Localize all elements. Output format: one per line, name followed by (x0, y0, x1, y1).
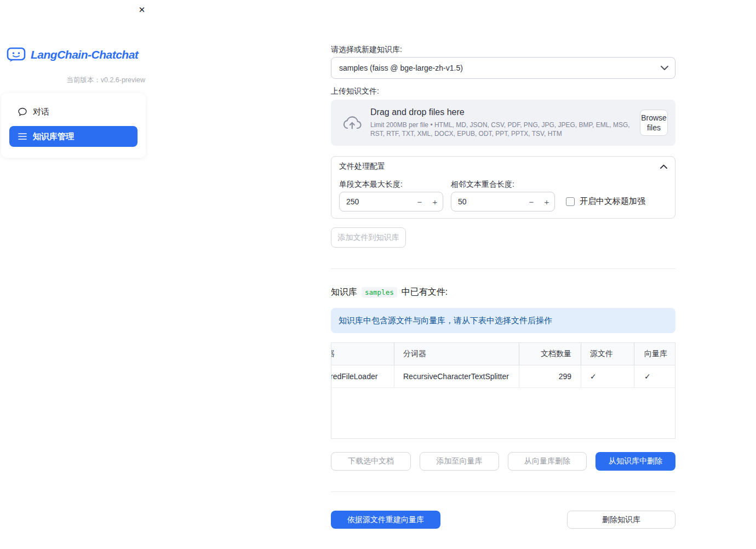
app-logo: LangChain-Chatchat (7, 47, 138, 62)
version-value: v0.2.6-preview (101, 76, 145, 84)
rebuild-vector-store-button[interactable]: 依据源文件重建向量库 (331, 511, 440, 529)
table-row[interactable]: redFileLoader RecursiveCharacterTextSpli… (331, 365, 675, 388)
checkbox-unchecked[interactable] (566, 197, 575, 206)
delete-from-kb-button[interactable]: 从知识库中删除 (595, 452, 675, 471)
sidebar-menu: 对话 知识库管理 (1, 93, 146, 158)
kb-select-label: 请选择或新建知识库: (331, 45, 402, 55)
cell-loader-text: redFileLoader (331, 372, 377, 381)
divider (331, 491, 675, 492)
minus-stepper-icon[interactable]: − (412, 192, 427, 211)
expander-title: 文件处理配置 (339, 162, 660, 171)
check-icon: ✓ (581, 365, 634, 387)
sidebar-item-chat[interactable]: 对话 (9, 101, 138, 123)
zh-title-checkbox-row[interactable]: 开启中文标题加强 (566, 196, 645, 207)
plus-stepper-icon[interactable]: + (427, 192, 443, 211)
col-header-vector: 向量库 (634, 343, 675, 365)
chevron-up-icon (660, 164, 667, 169)
add-files-to-kb-button[interactable]: 添加文件到知识库 (331, 227, 406, 248)
kb-select[interactable]: samples (faiss @ bge-large-zh-v1.5) (331, 57, 675, 79)
chunk-size-label: 单段文本最大长度: (339, 180, 403, 190)
plus-stepper-icon[interactable]: + (539, 192, 554, 211)
delete-kb-button[interactable]: 删除知识库 (567, 511, 675, 529)
dropzone-text: Drag and drop files here Limit 200MB per… (370, 107, 632, 138)
chunk-size-value[interactable]: 250 (340, 197, 412, 206)
col-header-loader: 器 (331, 343, 394, 365)
browse-files-button[interactable]: Browse files (640, 110, 668, 136)
existing-prefix: 知识库 (331, 287, 357, 298)
upload-label: 上传知识文件: (331, 87, 379, 96)
sidebar-item-label: 对话 (33, 107, 49, 117)
existing-files-line: 知识库 samples 中已有文件: (331, 287, 448, 298)
check-icon: ✓ (634, 365, 675, 387)
col-header-source: 源文件 (581, 343, 634, 365)
cell-doc-count: 299 (519, 365, 581, 387)
app-root: ✕ LangChain-Chatchat 当前版本：v0.2.6-preview (0, 0, 756, 549)
col-header-doc-count: 文档数量 (519, 343, 581, 365)
chunk-size-input[interactable]: 250 − + (339, 192, 443, 211)
overlap-size-value[interactable]: 50 (451, 197, 524, 206)
sidebar: ✕ LangChain-Chatchat 当前版本：v0.2.6-preview (0, 0, 153, 549)
col-header-text: 器 (331, 349, 335, 359)
sidebar-item-kb-management[interactable]: 知识库管理 (9, 126, 138, 147)
info-text: 知识库中包含源文件与向量库，请从下表中选择文件后操作 (339, 316, 552, 326)
cell-splitter: RecursiveCharacterTextSplitter (394, 365, 519, 387)
main-content: 请选择或新建知识库: samples (faiss @ bge-large-zh… (331, 0, 675, 549)
add-to-vector-store-button[interactable]: 添加至向量库 (420, 452, 499, 471)
col-header-splitter: 分词器 (394, 343, 519, 365)
zh-title-checkbox-label: 开启中文标题加强 (580, 196, 645, 207)
delete-from-vector-store-button[interactable]: 从向量库删除 (508, 452, 587, 471)
version-line: 当前版本：v0.2.6-preview (0, 76, 145, 85)
dropzone-limit: Limit 200MB per file • HTML, MD, JSON, C… (370, 121, 632, 138)
sidebar-item-label: 知识库管理 (33, 131, 74, 142)
overlap-size-label: 相邻文本重合长度: (451, 180, 514, 190)
existing-suffix: 中已有文件: (402, 287, 448, 298)
close-sidebar-icon[interactable]: ✕ (136, 4, 148, 16)
dropzone-title: Drag and drop files here (370, 107, 632, 117)
kb-name-code: samples (362, 287, 397, 298)
divider (331, 268, 675, 269)
cloud-upload-icon (341, 114, 363, 131)
file-config-expander: 文件处理配置 单段文本最大长度: 相邻文本重合长度: 250 − + 50 − … (331, 156, 675, 219)
table-header-row: 器 分词器 文档数量 源文件 向量库 (331, 343, 675, 365)
list-icon (18, 132, 27, 141)
expander-header[interactable]: 文件处理配置 (331, 157, 675, 176)
logo-text: LangChain-Chatchat (31, 48, 138, 61)
info-banner: 知识库中包含源文件与向量库，请从下表中选择文件后操作 (331, 308, 675, 333)
download-selected-button[interactable]: 下载选中文档 (331, 452, 411, 471)
file-actions-row: 下载选中文档 添加至向量库 从向量库删除 从知识库中删除 (331, 452, 675, 471)
logo-chat-icon (7, 47, 26, 62)
chat-bubble-icon (18, 107, 27, 116)
kb-select-value: samples (faiss @ bge-large-zh-v1.5) (339, 64, 661, 72)
files-table: 器 分词器 文档数量 源文件 向量库 redFileLoader Recursi… (331, 342, 675, 439)
chevron-down-icon (661, 66, 668, 70)
version-caption: 当前版本： (66, 76, 101, 84)
overlap-size-input[interactable]: 50 − + (451, 192, 555, 211)
cell-loader: redFileLoader (331, 365, 394, 387)
file-dropzone[interactable]: Drag and drop files here Limit 200MB per… (331, 100, 675, 146)
minus-stepper-icon[interactable]: − (524, 192, 539, 211)
